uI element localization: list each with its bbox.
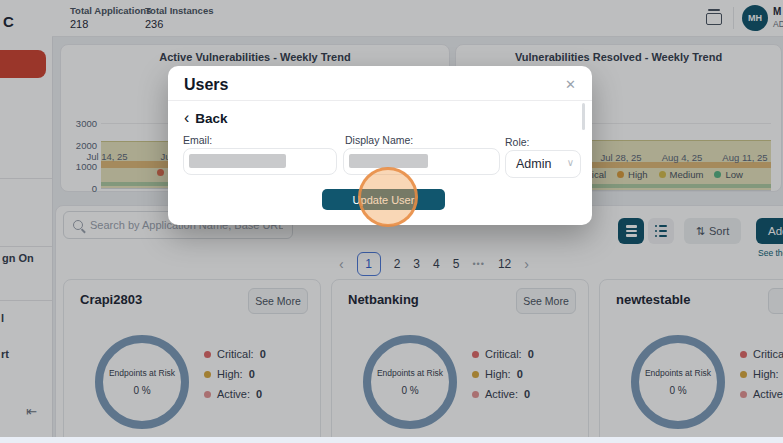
redacted-email-value [189, 154, 286, 168]
modal-divider [168, 100, 592, 101]
redacted-display-name-value [349, 154, 428, 168]
role-label: Role: [505, 136, 530, 148]
role-value: Admin [516, 157, 551, 171]
back-button[interactable]: ‹ Back [184, 110, 228, 126]
close-icon[interactable]: ✕ [565, 77, 576, 92]
display-name-field[interactable] [343, 148, 500, 175]
modal-title: Users [184, 76, 228, 94]
email-field[interactable] [183, 148, 337, 175]
back-label: Back [195, 111, 227, 126]
click-highlight-ring [358, 167, 418, 227]
chevron-left-icon: ‹ [184, 110, 189, 126]
chevron-down-icon: ∨ [567, 157, 574, 168]
email-label: Email: [183, 134, 212, 146]
modal-scrollbar[interactable] [582, 103, 585, 130]
display-name-label: Display Name: [345, 134, 413, 146]
dashboard-screen: C gn On l rt ⇤ Total Applications 218 To… [0, 0, 783, 443]
role-select[interactable]: Admin ∨ [505, 150, 581, 178]
